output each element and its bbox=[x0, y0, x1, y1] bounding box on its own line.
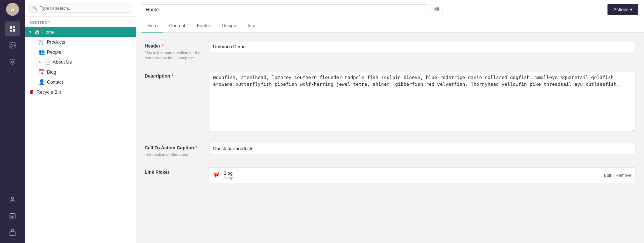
page-title-input[interactable] bbox=[142, 4, 428, 15]
svg-rect-12 bbox=[10, 232, 15, 236]
link-picker-name: Blog bbox=[223, 170, 600, 176]
actions-label: Actions bbox=[613, 7, 629, 12]
home-icon: 🏠 bbox=[34, 29, 40, 35]
main-area: Actions ▾ Hero Content Footer Design Inf… bbox=[136, 0, 644, 243]
description-label: Description * bbox=[145, 73, 202, 79]
top-bar: Actions ▾ bbox=[136, 0, 644, 19]
tab-footer[interactable]: Footer bbox=[191, 19, 216, 33]
cta-label: Call To Action Caption * bbox=[145, 145, 202, 150]
tabs-bar: Hero Content Footer Design Info bbox=[136, 19, 644, 33]
link-picker-row: 📅 Blog /blog/ Edit Remove bbox=[209, 167, 635, 183]
blog-icon: 📅 bbox=[39, 69, 45, 75]
about-icon: 📄 bbox=[44, 59, 50, 65]
svg-rect-13 bbox=[435, 7, 436, 9]
svg-rect-16 bbox=[437, 9, 439, 11]
tree-item-people[interactable]: 👥 People bbox=[25, 47, 136, 57]
link-picker-input-col: 📅 Blog /blog/ Edit Remove bbox=[209, 167, 635, 183]
tree-item-about-label: About Us bbox=[53, 59, 72, 65]
header-input-col bbox=[209, 41, 635, 61]
tree-item-recycle-label: Recycle Bin bbox=[37, 89, 61, 95]
link-picker-label-col: Link Picker bbox=[145, 167, 202, 183]
header-required-star: * bbox=[162, 43, 164, 49]
cta-hint: The caption on the button bbox=[145, 152, 202, 157]
search-input[interactable] bbox=[29, 4, 131, 13]
page-icon-button[interactable] bbox=[431, 4, 442, 15]
header-hint: This is the main headline for the hero a… bbox=[145, 50, 202, 61]
cta-label-col: Call To Action Caption * The caption on … bbox=[145, 143, 202, 157]
tab-design[interactable]: Design bbox=[216, 19, 242, 33]
search-icon: 🔍 bbox=[32, 6, 38, 11]
products-icon: 🛒 bbox=[39, 39, 45, 45]
content-section-label: Content bbox=[25, 17, 136, 27]
cta-caption-field-row: Call To Action Caption * The caption on … bbox=[145, 143, 635, 157]
header-field-row: Header * This is the main headline for t… bbox=[145, 41, 635, 61]
tree-item-contact-label: Contact bbox=[47, 79, 63, 85]
header-label: Header * bbox=[145, 43, 202, 49]
tree-item-recycle-bin[interactable]: 🗑 Recycle Bin bbox=[25, 87, 136, 97]
svg-point-6 bbox=[12, 61, 14, 63]
tree-arrow-about: ▶ bbox=[39, 60, 42, 64]
settings-nav-icon[interactable] bbox=[5, 54, 20, 69]
link-picker-path: /blog/ bbox=[223, 176, 600, 180]
tab-content[interactable]: Content bbox=[163, 19, 191, 33]
svg-rect-0 bbox=[10, 26, 12, 29]
link-picker-page-icon: 📅 bbox=[213, 172, 220, 179]
avatar[interactable]: A bbox=[6, 3, 19, 16]
tab-hero[interactable]: Hero bbox=[142, 19, 163, 33]
description-field-row: Description * Moonfish, steelhead, lampr… bbox=[145, 71, 635, 133]
svg-point-5 bbox=[11, 44, 12, 45]
description-input-col: Moonfish, steelhead, lamprey southern fl… bbox=[209, 71, 635, 133]
members-nav-icon[interactable] bbox=[5, 192, 20, 207]
tree-arrow-home: ▾ bbox=[29, 30, 31, 34]
recycle-bin-icon: 🗑 bbox=[29, 89, 34, 95]
tree-item-home[interactable]: ▾ 🏠 Home bbox=[25, 27, 136, 37]
top-bar-left bbox=[142, 4, 607, 15]
tree-sidebar: 🔍 Content ▾ 🏠 Home 🛒 Products 👥 People ▶… bbox=[25, 0, 136, 243]
forms-nav-icon[interactable] bbox=[5, 209, 20, 224]
description-required-star: * bbox=[172, 73, 174, 79]
description-textarea[interactable]: Moonfish, steelhead, lamprey southern fl… bbox=[209, 71, 635, 132]
tree-item-blog[interactable]: 📅 Blog bbox=[25, 67, 136, 77]
cta-required-star: * bbox=[195, 145, 197, 150]
svg-rect-15 bbox=[435, 9, 436, 11]
actions-arrow-icon: ▾ bbox=[630, 7, 633, 12]
svg-rect-3 bbox=[13, 29, 15, 31]
tree-item-contact[interactable]: 👤 Contact bbox=[25, 77, 136, 87]
description-label-col: Description * bbox=[145, 71, 202, 133]
svg-rect-14 bbox=[437, 7, 439, 9]
link-picker-actions: Edit Remove bbox=[604, 173, 631, 178]
tree-item-about-us[interactable]: ▶ 📄 About Us bbox=[25, 57, 136, 67]
link-remove-button[interactable]: Remove bbox=[615, 173, 631, 178]
link-picker-info: Blog /blog/ bbox=[223, 170, 600, 180]
link-picker-field-row: Link Picker 📅 Blog /blog/ Edit Remove bbox=[145, 167, 635, 183]
tree-item-blog-label: Blog bbox=[47, 69, 56, 75]
svg-rect-2 bbox=[10, 30, 12, 32]
tree-item-home-label: Home bbox=[42, 29, 55, 35]
header-input[interactable] bbox=[209, 41, 635, 52]
contact-icon: 👤 bbox=[39, 79, 45, 85]
header-label-col: Header * This is the main headline for t… bbox=[145, 41, 202, 61]
tree-item-products-label: Products bbox=[47, 39, 65, 45]
form-area: Header * This is the main headline for t… bbox=[136, 33, 644, 243]
actions-button[interactable]: Actions ▾ bbox=[607, 4, 638, 15]
icon-sidebar: A bbox=[0, 0, 25, 243]
content-nav-icon[interactable] bbox=[5, 21, 20, 36]
people-icon: 👥 bbox=[39, 49, 45, 55]
tab-info[interactable]: Info bbox=[242, 19, 261, 33]
media-nav-icon[interactable] bbox=[5, 38, 20, 53]
svg-point-7 bbox=[11, 197, 14, 200]
tree-item-products[interactable]: 🛒 Products bbox=[25, 37, 136, 47]
packages-nav-icon[interactable] bbox=[5, 225, 20, 240]
cta-input-col bbox=[209, 143, 635, 157]
link-edit-button[interactable]: Edit bbox=[604, 173, 611, 178]
cta-input[interactable] bbox=[209, 143, 635, 154]
link-picker-label: Link Picker bbox=[145, 169, 202, 175]
svg-rect-1 bbox=[13, 26, 15, 28]
tree-item-people-label: People bbox=[47, 49, 61, 55]
search-area: 🔍 bbox=[25, 0, 136, 17]
